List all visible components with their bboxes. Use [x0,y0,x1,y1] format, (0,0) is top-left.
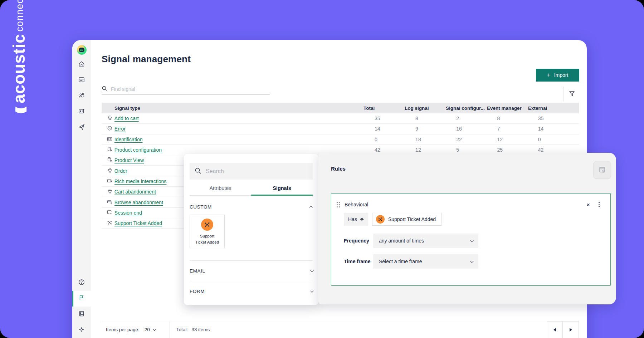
panel-tabs: AttributesSignals [190,185,313,196]
close-icon[interactable]: × [586,202,590,208]
signal-type-link[interactable]: Rich media interactions [114,178,167,184]
error-icon [107,125,113,132]
product-view-icon [107,157,113,164]
time-frame-label: Time frame [344,259,373,264]
filter-divider [564,87,564,102]
previous-page-button[interactable] [547,321,563,338]
find-signal-search[interactable] [102,84,270,94]
sidebar-item-dashboard[interactable] [72,73,91,88]
panel-search-input[interactable] [206,168,308,175]
signal-type-link[interactable]: Browse abandonment [114,200,163,205]
table-row: Identification01822120 [102,134,579,145]
tab-attributes[interactable]: Attributes [190,185,251,196]
rules-title: Rules [331,166,346,172]
column-header-signal-type[interactable]: Signal type [102,106,364,111]
sidebar: ac [72,40,91,338]
column-header-event-manager[interactable]: Event manager [487,106,528,111]
sidebar-spacer [72,136,91,275]
signal-type-link[interactable]: Session end [114,210,142,216]
section-form-label: FORM [190,289,205,294]
next-page-button[interactable] [563,321,579,338]
sidebar-item-audience[interactable] [72,88,91,104]
signal-type-link[interactable]: Product configuration [114,147,162,153]
signal-type-link[interactable]: Error [114,126,126,132]
items-per-page-value[interactable]: 20 [145,327,150,332]
chevron-down-icon [470,259,474,263]
section-custom-header[interactable]: CUSTOM [190,204,313,210]
table-row: Add to cart3582835 [102,113,579,124]
table-cell-value: 16 [456,126,497,132]
find-signal-input[interactable] [111,86,270,92]
items-per-page-chevron-icon[interactable] [153,327,156,331]
brand-name: acoustic [11,34,27,103]
import-button[interactable]: + Import [536,69,579,82]
table-cell-value: 7 [497,126,538,132]
column-header-log-signal[interactable]: Log signal [405,106,446,111]
screen-background: ((( acoustic connect ac Signal managemen… [0,0,644,338]
home-icon [78,60,85,69]
pagination-bar: Items per page: 20 Total: 33 items [102,321,579,338]
swap-operator-icon [360,218,364,221]
signal-type-link[interactable]: Add to cart [114,116,139,121]
import-button-label: Import [554,72,569,78]
table-cell-value: 22 [456,137,497,142]
tab-signals[interactable]: Signals [251,185,313,196]
time-frame-select[interactable]: Select a time frame [373,254,478,269]
column-header-signal-configuration[interactable]: Signal configur... [446,106,487,111]
sidebar-item-home[interactable] [72,57,91,73]
overflow-menu-icon[interactable] [598,201,600,208]
support-ticket-icon [376,215,385,224]
signal-type-link[interactable]: Identification [114,137,143,142]
flag-icon [78,294,85,303]
operator-chip[interactable]: Has [344,213,368,226]
sidebar-item-flag[interactable] [72,291,91,307]
filter-icon[interactable] [569,90,575,98]
pagination-divider [170,321,170,338]
column-header-external[interactable]: External [528,106,569,111]
page-title: Signal management [102,54,191,65]
account-avatar[interactable]: ac [77,45,87,55]
signal-type-link[interactable]: Cart abandonment [114,189,156,195]
sidebar-item-data-list[interactable] [72,307,91,322]
table-cell-value: 12 [497,137,538,142]
send-icon [78,123,85,132]
sidebar-item-contact-add[interactable] [72,104,91,120]
panel-search[interactable] [190,163,313,180]
save-rule-button[interactable] [593,161,611,179]
table-row: Error14916714 [102,124,579,134]
signal-chip-label: Support Ticket Added [388,216,436,222]
table-cell-value: 14 [375,126,415,132]
acoustic-waves-logo: ((( [13,109,27,114]
column-header-total[interactable]: Total [364,106,405,111]
frequency-select[interactable]: any amount of times [373,234,478,248]
operator-label: Has [348,216,357,222]
table-cell-value: 42 [538,147,579,153]
signal-chip[interactable]: Support Ticket Added [372,213,442,226]
signal-tile-label: Support Ticket Added [195,233,219,245]
table-cell-value: 2 [456,116,497,121]
section-email-header[interactable]: EMAIL [190,261,313,281]
signal-type-link[interactable]: Product View [114,157,144,163]
chevron-down-icon [470,239,474,242]
settings-icon [78,326,85,334]
signal-tile-support-ticket-added[interactable]: Support Ticket Added [190,215,225,248]
sidebar-item-send[interactable] [72,120,91,136]
rich-media-icon [107,178,113,185]
rules-panel: Rules Behavioral × Has [318,153,616,304]
chevron-down-icon [310,269,314,272]
product-configuration-icon [107,146,113,153]
cart-abandonment-icon [107,188,113,195]
plus-icon: + [547,72,551,79]
sidebar-item-settings[interactable] [72,322,91,338]
drag-handle-icon[interactable] [337,202,340,207]
cart-plus-icon [107,115,113,122]
avatar-ac-logo: ac [79,48,84,52]
signal-type-link[interactable]: Order [114,168,127,174]
section-form-header[interactable]: FORM [190,281,313,301]
frequency-label: Frequency [344,238,373,244]
signal-type-link[interactable]: Support Ticket Added [114,220,162,226]
support-ticket-icon [201,219,213,231]
dashboard-icon [78,76,85,85]
previous-page-icon [553,328,556,332]
sidebar-item-help[interactable] [72,275,91,291]
